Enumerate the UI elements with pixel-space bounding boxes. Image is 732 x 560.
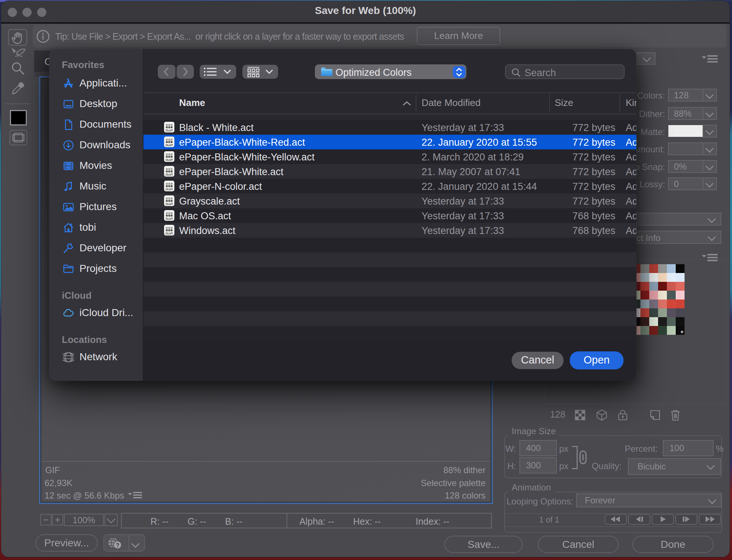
svg-text:CLUT: CLUT — [166, 158, 173, 162]
svg-text:CLUT: CLUT — [166, 173, 173, 176]
svg-text:CLUT: CLUT — [166, 232, 173, 235]
svg-text:CLUT: CLUT — [166, 217, 173, 220]
svg-text:CLUT: CLUT — [166, 188, 173, 191]
svg-text:CLUT: CLUT — [166, 143, 173, 147]
svg-text:CLUT: CLUT — [166, 129, 173, 132]
svg-text:CLUT: CLUT — [166, 202, 173, 206]
svg-text:?: ? — [116, 542, 119, 549]
